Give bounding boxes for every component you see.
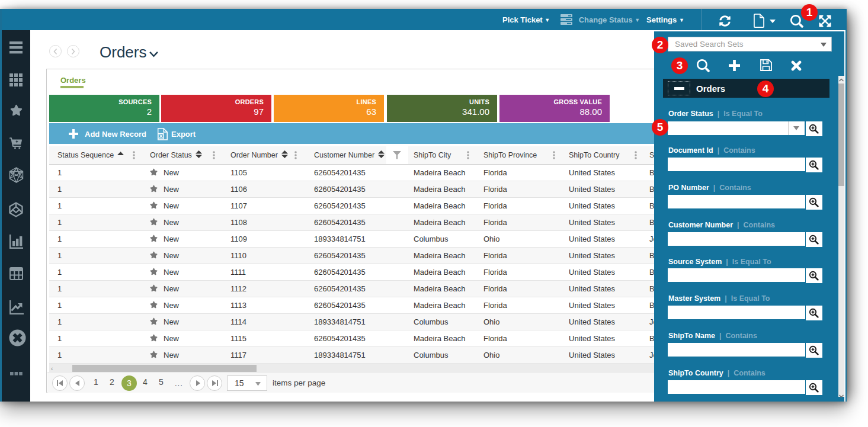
svg-text:X: X <box>159 133 164 139</box>
